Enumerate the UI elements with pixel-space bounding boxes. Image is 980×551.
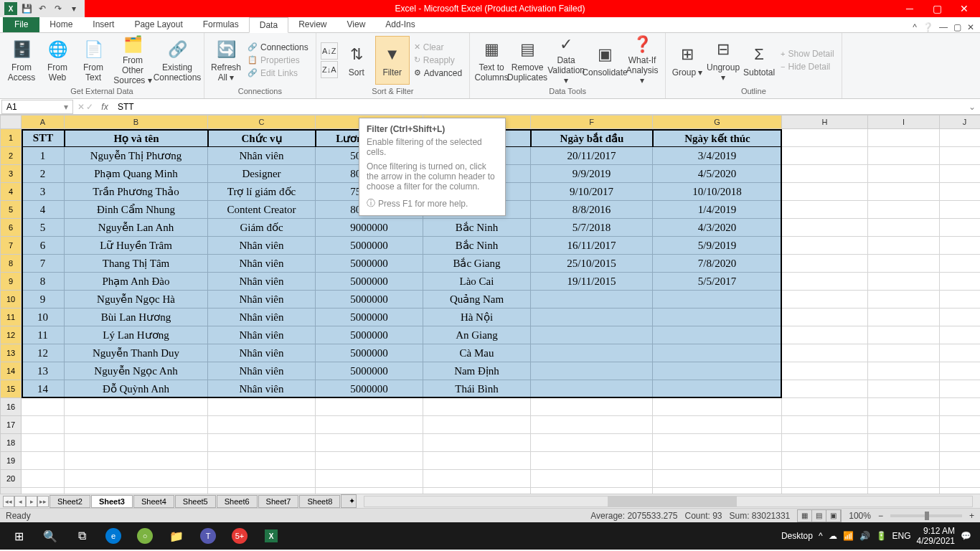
- ribbon-restore-icon[interactable]: ▢: [953, 22, 961, 32]
- cell[interactable]: Nhân viên: [208, 147, 316, 165]
- cell[interactable]: [940, 237, 980, 255]
- cell[interactable]: [22, 488, 65, 494]
- existing-connections-button[interactable]: 🔗Existing Connections: [155, 36, 199, 85]
- cell[interactable]: [940, 183, 980, 201]
- cell[interactable]: Ngày kết thúc: [653, 129, 782, 147]
- connections-button[interactable]: 🔗Connections: [245, 42, 311, 53]
- zalo-icon[interactable]: 5+: [224, 522, 255, 550]
- cell[interactable]: [65, 470, 208, 488]
- tab-review[interactable]: Review: [288, 17, 336, 32]
- cell[interactable]: [423, 434, 531, 452]
- cell[interactable]: 7: [22, 255, 65, 273]
- cell[interactable]: [868, 219, 940, 237]
- save-icon[interactable]: 💾: [20, 2, 33, 15]
- cell[interactable]: [868, 362, 940, 380]
- cell[interactable]: [208, 470, 316, 488]
- cell[interactable]: [868, 434, 940, 452]
- minimize-button[interactable]: ─: [897, 1, 923, 16]
- cell[interactable]: [868, 129, 940, 147]
- cell[interactable]: [423, 488, 531, 494]
- cell[interactable]: [868, 165, 940, 183]
- col-header-H[interactable]: H: [782, 115, 868, 129]
- view-page-layout[interactable]: ▤: [812, 510, 826, 522]
- cell[interactable]: [868, 237, 940, 255]
- clear-button[interactable]: ✕Clear: [411, 42, 465, 53]
- cell[interactable]: [65, 416, 208, 434]
- zoom-out[interactable]: −: [878, 511, 883, 521]
- notifications-icon[interactable]: 💬: [961, 531, 971, 541]
- cell[interactable]: [868, 291, 940, 309]
- cell[interactable]: 9/9/2019: [531, 165, 653, 183]
- cell[interactable]: 5000000: [316, 273, 423, 291]
- row-header-3[interactable]: 3: [0, 165, 22, 183]
- cell[interactable]: Nguyễn Ngọc Anh: [65, 362, 208, 380]
- edge-icon[interactable]: e: [98, 522, 129, 550]
- cell[interactable]: Họ và tên: [65, 129, 208, 147]
- cell[interactable]: [653, 309, 782, 326]
- cell[interactable]: Nam Định: [423, 362, 531, 380]
- from-access-button[interactable]: 🗄️From Access: [4, 36, 39, 85]
- cell[interactable]: [423, 398, 531, 416]
- language-indicator[interactable]: ENG: [892, 531, 911, 541]
- cell[interactable]: 2: [22, 165, 65, 183]
- qat-dropdown-icon[interactable]: ▾: [67, 2, 80, 15]
- new-sheet-button[interactable]: ✦: [341, 494, 357, 508]
- row-header-6[interactable]: 6: [0, 219, 22, 237]
- col-header-J[interactable]: J: [940, 115, 980, 129]
- cell[interactable]: 5000000: [316, 362, 423, 380]
- cell[interactable]: An Giang: [423, 326, 531, 344]
- cell[interactable]: 4/5/2020: [653, 165, 782, 183]
- cell[interactable]: [782, 273, 868, 291]
- cell[interactable]: [531, 470, 653, 488]
- row-header-8[interactable]: 8: [0, 255, 22, 273]
- cell[interactable]: [653, 416, 782, 434]
- cell[interactable]: Đinh Cẩm Nhung: [65, 201, 208, 219]
- close-button[interactable]: ✕: [951, 1, 977, 16]
- cell[interactable]: [782, 452, 868, 470]
- cell[interactable]: [208, 416, 316, 434]
- cell[interactable]: [65, 452, 208, 470]
- expand-formula-icon[interactable]: ⌄: [964, 102, 980, 112]
- tab-home[interactable]: Home: [39, 17, 83, 32]
- app-icon[interactable]: ○: [129, 522, 161, 550]
- cell[interactable]: [208, 488, 316, 494]
- sort-button[interactable]: ⇅Sort: [339, 36, 374, 85]
- row-header-16[interactable]: 16: [0, 398, 22, 416]
- tab-file[interactable]: File: [3, 17, 39, 32]
- cell[interactable]: [316, 416, 423, 434]
- row-header-4[interactable]: 4: [0, 183, 22, 201]
- sheet-tab-sheet4[interactable]: Sheet4: [133, 495, 174, 508]
- cell[interactable]: [531, 326, 653, 344]
- cell[interactable]: [782, 344, 868, 362]
- help-icon[interactable]: ❔: [923, 22, 933, 32]
- cell[interactable]: 5000000: [316, 237, 423, 255]
- cell[interactable]: Phạm Quang Minh: [65, 165, 208, 183]
- tab-nav-prev[interactable]: ◂: [14, 496, 26, 507]
- sheet-tab-sheet8[interactable]: Sheet8: [299, 495, 340, 508]
- cell[interactable]: 5: [22, 219, 65, 237]
- tab-nav-next[interactable]: ▸: [26, 496, 37, 507]
- cell[interactable]: 8: [22, 273, 65, 291]
- cell[interactable]: [208, 434, 316, 452]
- cell[interactable]: Phạm Anh Đào: [65, 273, 208, 291]
- col-header-B[interactable]: B: [65, 115, 208, 129]
- cell[interactable]: 9000000: [316, 219, 423, 237]
- row-header-14[interactable]: 14: [0, 362, 22, 380]
- cell[interactable]: Designer: [208, 165, 316, 183]
- cell[interactable]: Nhân viên: [208, 326, 316, 344]
- hide-detail-button[interactable]: −Hide Detail: [778, 61, 837, 72]
- cell[interactable]: [868, 255, 940, 273]
- cell[interactable]: [940, 273, 980, 291]
- cell[interactable]: Nguyễn Thị Phương: [65, 147, 208, 165]
- row-header-9[interactable]: 9: [0, 273, 22, 291]
- tab-data[interactable]: Data: [249, 17, 288, 33]
- cell[interactable]: [782, 362, 868, 380]
- edit-links-button[interactable]: 🔗Edit Links: [245, 67, 311, 79]
- col-header-G[interactable]: G: [653, 115, 782, 129]
- cell[interactable]: [940, 147, 980, 165]
- cell[interactable]: Lữ Huyền Trâm: [65, 237, 208, 255]
- maximize-button[interactable]: ▢: [924, 1, 950, 16]
- cell[interactable]: Bắc Ninh: [423, 237, 531, 255]
- sheet-tab-sheet5[interactable]: Sheet5: [175, 495, 216, 508]
- cell[interactable]: [208, 398, 316, 416]
